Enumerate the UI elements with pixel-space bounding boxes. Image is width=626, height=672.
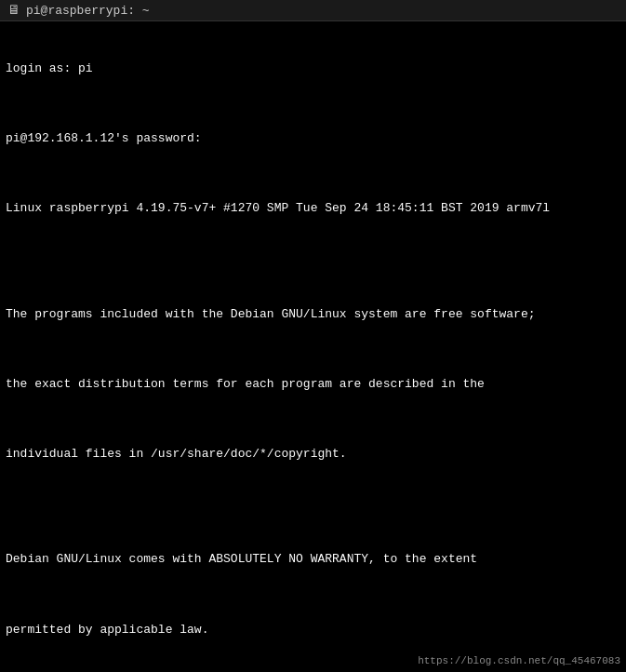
title-bar: 🖥 pi@raspberrypi: ~ [0,0,626,21]
terminal-window: 🖥 pi@raspberrypi: ~ login as: pi pi@192.… [0,0,626,672]
line-linux-version: Linux raspberrypi 4.19.75-v7+ #1270 SMP … [6,200,620,218]
line-debian: Debian GNU/Linux comes with ABSOLUTELY N… [6,551,620,569]
line-individual: individual files in /usr/share/doc/*/cop… [6,446,620,464]
line-login: login as: pi [6,60,620,78]
line-programs: The programs included with the Debian GN… [6,306,620,324]
terminal-icon: 🖥 [7,3,20,18]
line-password-prompt: pi@192.168.1.12's password: [6,130,620,148]
title-bar-text: pi@raspberrypi: ~ [26,4,150,18]
watermark: https://blog.csdn.net/qq_45467083 [418,655,620,666]
line-permitted: permitted by applicable law. [6,622,620,639]
terminal-content[interactable]: login as: pi pi@192.168.1.12's password:… [0,21,626,672]
line-exact: the exact distribution terms for each pr… [6,376,620,394]
